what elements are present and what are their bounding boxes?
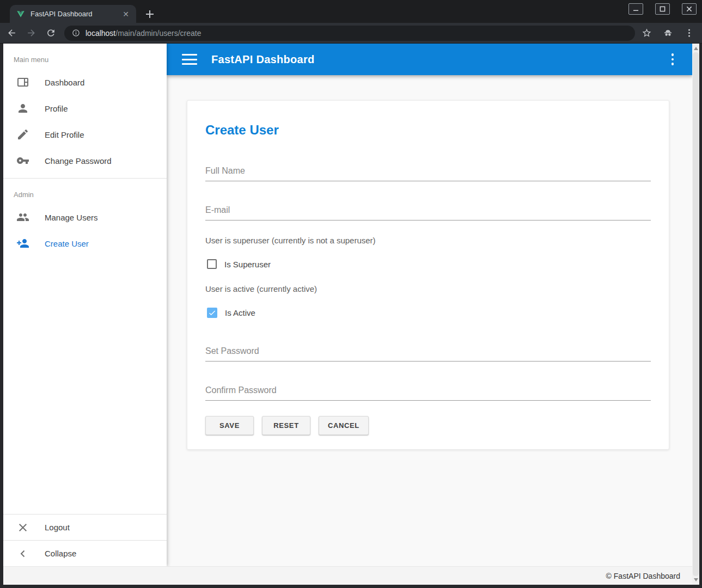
is-active-row[interactable]: Is Active [205,308,651,318]
sidebar-item-edit-profile[interactable]: Edit Profile [3,121,167,148]
sidebar-item-label: Logout [45,523,70,532]
create-user-card: Create User User is superuser (currently… [187,100,669,450]
check-icon [208,309,216,317]
checkbox-label: Is Superuser [224,260,271,269]
dashboard-icon [16,76,29,89]
footer: © FastAPI Dashboard [3,566,692,585]
sidebar-item-label: Profile [45,104,68,113]
pencil-icon [16,128,29,141]
active-note: User is active (currently active) [205,284,651,293]
browser-menu-kebab-icon[interactable] [684,28,694,38]
sidebar-section-header: Admin [3,179,167,204]
sidebar-item-label: Change Password [45,156,112,166]
close-icon [16,521,29,534]
bookmark-star-icon[interactable] [642,28,652,38]
hamburger-menu-icon[interactable] [182,54,197,65]
tab-close-icon[interactable]: ✕ [121,9,131,19]
forward-button[interactable] [23,25,39,41]
close-window-button[interactable] [682,3,697,15]
url-bar[interactable]: localhost/main/admin/users/create [64,26,635,41]
email-field[interactable] [205,203,651,220]
appbar-title: FastAPI Dashboard [211,53,315,66]
scrollbar-thumb[interactable] [693,52,699,576]
sidebar-section-header: Main menu [3,44,167,69]
page-title: Create User [205,122,651,138]
browser-toolbar: localhost/main/admin/users/create [0,23,702,44]
new-tab-button[interactable] [143,7,157,21]
save-button[interactable]: SAVE [205,416,254,435]
form-actions: SAVE RESET CANCEL [205,416,651,435]
sidebar-item-label: Edit Profile [45,130,84,139]
minimize-button[interactable] [628,3,643,15]
people-icon [16,211,29,224]
confirm-password-field[interactable] [205,383,651,401]
is-superuser-checkbox[interactable] [207,259,217,269]
url-text: localhost/main/admin/users/create [86,29,201,38]
browser-tab[interactable]: FastAPI Dashboard ✕ [10,5,136,23]
sidebar-item-manage-users[interactable]: Manage Users [3,204,167,230]
footer-copyright: © FastAPI Dashboard [606,572,680,580]
checkbox-label: Is Active [225,308,255,317]
set-password-field[interactable] [205,344,651,362]
person-icon [16,102,29,115]
chevron-left-icon [16,547,29,560]
sidebar-item-label: Collapse [45,549,76,558]
back-button[interactable] [3,25,20,41]
sidebar-item-change-password[interactable]: Change Password [3,148,167,174]
incognito-icon [663,28,673,38]
appbar: FastAPI Dashboard [167,44,692,75]
sidebar-item-create-user[interactable]: Create User [3,230,167,256]
tab-title: FastAPI Dashboard [30,10,121,18]
superuser-note: User is superuser (currently is not a su… [205,236,651,245]
reset-button[interactable]: RESET [262,416,310,435]
sidebar-item-logout[interactable]: Logout [3,514,167,540]
maximize-button[interactable] [655,3,670,15]
is-active-checkbox[interactable] [207,308,217,318]
page-info-icon[interactable] [72,29,80,37]
key-icon [16,154,29,167]
sidebar-item-profile[interactable]: Profile [3,95,167,121]
reload-button[interactable] [42,25,59,41]
sidebar: Main menu Dashboard Profile Edit Profile… [3,44,167,566]
url-host: localhost [86,29,115,38]
scroll-down-icon[interactable] [692,576,699,584]
window-controls [628,3,697,15]
sidebar-item-dashboard[interactable]: Dashboard [3,69,167,95]
sidebar-item-collapse[interactable]: Collapse [3,540,167,566]
sidebar-item-label: Dashboard [45,78,84,87]
full-name-field[interactable] [205,164,651,181]
toolbar-actions [642,28,694,38]
main-content: Create User User is superuser (currently… [167,75,692,566]
is-superuser-row[interactable]: Is Superuser [205,259,651,269]
sidebar-item-label: Create User [45,239,89,248]
appbar-kebab-icon[interactable] [672,53,674,65]
vue-favicon-icon [16,10,25,19]
sidebar-item-label: Manage Users [45,213,98,222]
person-add-icon [16,237,29,250]
scroll-up-icon[interactable] [692,45,699,52]
browser-tab-strip: FastAPI Dashboard ✕ [0,0,702,23]
sidebar-bottom: Logout Collapse [3,514,167,566]
url-path: /main/admin/users/create [115,29,201,38]
page: Main menu Dashboard Profile Edit Profile… [3,44,699,585]
vertical-scrollbar[interactable] [692,44,699,585]
cancel-button[interactable]: CANCEL [319,416,369,435]
